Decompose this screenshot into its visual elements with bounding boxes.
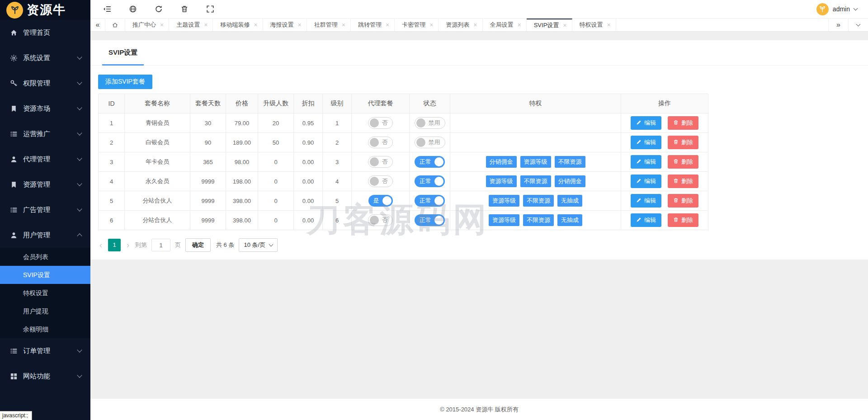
sidebar-subitem-余额明细[interactable]: 余额明细 — [0, 320, 90, 338]
card-tab-svip[interactable]: SVIP设置 — [102, 40, 144, 66]
tab-close-icon[interactable]: × — [254, 21, 257, 28]
tabs-scroll-right-button[interactable]: » — [828, 19, 848, 31]
delete-button[interactable]: 删除 — [668, 194, 698, 208]
tab-主题设置[interactable]: 主题设置× — [169, 19, 213, 31]
status-toggle[interactable]: 禁用 — [415, 137, 445, 148]
tab-SVIP设置[interactable]: SVIP设置× — [527, 19, 572, 31]
table-row: 1青铜会员3079.00200.951否禁用编辑删除 — [99, 113, 708, 133]
user-menu[interactable]: admin — [816, 3, 857, 15]
tabs-menu-button[interactable] — [848, 19, 868, 31]
agent-package-toggle[interactable]: 否 — [368, 156, 393, 168]
tab-推广中心[interactable]: 推广中心× — [125, 19, 169, 31]
tab-close-icon[interactable]: × — [342, 21, 345, 28]
sidebar-subitem-特权设置[interactable]: 特权设置 — [0, 284, 90, 302]
sidebar-item-label: 资源管理 — [23, 180, 78, 189]
delete-button[interactable]: 删除 — [668, 213, 698, 227]
sidebar-item-网站功能[interactable]: 网站功能 — [0, 363, 90, 389]
tab-卡密管理[interactable]: 卡密管理× — [395, 19, 439, 31]
chevron-down-icon — [269, 242, 274, 246]
agent-package-toggle[interactable]: 否 — [368, 214, 393, 226]
delete-button[interactable]: 删除 — [668, 116, 698, 130]
brand-logo[interactable]: 资源牛 — [0, 0, 90, 20]
tab-home-button[interactable] — [105, 19, 125, 31]
sidebar-item-广告管理[interactable]: 广告管理 — [0, 197, 90, 222]
next-page-button[interactable]: › — [125, 241, 131, 249]
edit-button[interactable]: 编辑 — [631, 136, 661, 149]
tabs-scroll-left-button[interactable]: « — [90, 19, 105, 31]
edit-button-label: 编辑 — [644, 158, 656, 166]
trash-icon — [673, 159, 679, 165]
privilege-tag-资源等级: 资源等级 — [486, 175, 517, 187]
pencil-icon — [636, 139, 642, 146]
agent-package-toggle[interactable]: 是 — [368, 195, 393, 207]
fullscreen-icon[interactable] — [206, 5, 214, 13]
page-number[interactable]: 1 — [108, 239, 121, 251]
cell-agent-package: 是 — [352, 191, 410, 211]
delete-button[interactable]: 删除 — [668, 175, 698, 188]
edit-button[interactable]: 编辑 — [631, 175, 661, 188]
tab-close-icon[interactable]: × — [204, 21, 208, 28]
cell-status: 禁用 — [410, 113, 450, 133]
sidebar-subitem-用户提现[interactable]: 用户提现 — [0, 302, 90, 320]
menu-fold-icon[interactable] — [103, 5, 111, 13]
edit-button[interactable]: 编辑 — [631, 213, 661, 227]
sidebar-item-用户管理[interactable]: 用户管理 — [0, 222, 90, 248]
status-toggle[interactable]: 正常 — [415, 175, 445, 187]
agent-package-toggle[interactable]: 否 — [368, 137, 393, 148]
sidebar-subitem-会员列表[interactable]: 会员列表 — [0, 248, 90, 266]
sidebar-item-权限管理[interactable]: 权限管理 — [0, 71, 90, 96]
tab-海报设置[interactable]: 海报设置× — [263, 19, 307, 31]
tab-资源列表[interactable]: 资源列表× — [439, 19, 482, 31]
privilege-tag-资源等级: 资源等级 — [489, 214, 519, 226]
page-size-select[interactable]: 10 条/页 — [239, 238, 278, 252]
sidebar-item-代理管理[interactable]: 代理管理 — [0, 146, 90, 172]
edit-button[interactable]: 编辑 — [631, 116, 661, 130]
sidebar-subitem-SVIP设置[interactable]: SVIP设置 — [0, 266, 90, 284]
sidebar-item-运营推广[interactable]: 运营推广 — [0, 121, 90, 146]
tab-close-icon[interactable]: × — [563, 22, 566, 29]
tab-close-icon[interactable]: × — [160, 21, 164, 28]
tab-移动端装修[interactable]: 移动端装修× — [213, 19, 263, 31]
sidebar-item-订单管理[interactable]: 订单管理 — [0, 338, 90, 363]
sidebar-item-管理首页[interactable]: 管理首页 — [0, 20, 90, 45]
edit-button[interactable]: 编辑 — [631, 194, 661, 208]
delete-button[interactable]: 删除 — [668, 136, 698, 149]
add-svip-package-button[interactable]: 添加SVIP套餐 — [98, 75, 152, 89]
cell-actions: 编辑删除 — [621, 152, 708, 172]
tab-全局设置[interactable]: 全局设置× — [483, 19, 527, 31]
copyright-text: © 2015-2024 资源牛 版权所有 — [440, 406, 519, 414]
globe-icon[interactable] — [129, 5, 137, 13]
chevron-down-icon — [77, 373, 82, 378]
trash-icon[interactable] — [180, 5, 189, 13]
prev-page-button[interactable]: ‹ — [98, 241, 104, 249]
status-toggle[interactable]: 禁用 — [415, 117, 445, 129]
cell-days: 90 — [190, 133, 226, 152]
sidebar-item-系统设置[interactable]: 系统设置 — [0, 45, 90, 71]
tab-跳转管理[interactable]: 跳转管理× — [351, 19, 395, 31]
table-row: 6分站合伙人9999398.0000.006否正常资源等级不限资源无抽成编辑删除 — [99, 211, 708, 230]
goto-page-input[interactable] — [151, 239, 170, 251]
tab-close-icon[interactable]: × — [607, 21, 611, 28]
status-toggle[interactable]: 正常 — [415, 214, 445, 226]
status-toggle[interactable]: 正常 — [415, 156, 445, 168]
tab-close-icon[interactable]: × — [386, 21, 389, 28]
tab-close-icon[interactable]: × — [429, 21, 433, 28]
sidebar-item-资源管理[interactable]: 资源管理 — [0, 172, 90, 197]
sidebar-item-资源市场[interactable]: 资源市场 — [0, 96, 90, 121]
status-toggle[interactable]: 正常 — [415, 195, 445, 207]
tab-特权设置[interactable]: 特权设置× — [572, 19, 616, 31]
tab-close-icon[interactable]: × — [473, 21, 477, 28]
cell-upgrade-count: 0 — [258, 211, 294, 230]
delete-button-label: 删除 — [681, 197, 693, 205]
refresh-icon[interactable] — [155, 5, 163, 13]
privilege-tag-资源等级: 资源等级 — [520, 156, 551, 168]
tab-close-icon[interactable]: × — [298, 21, 302, 28]
tab-社群管理[interactable]: 社群管理× — [307, 19, 351, 31]
goto-confirm-button[interactable]: 确定 — [185, 238, 211, 252]
cell-package-name: 分站合伙人 — [125, 191, 190, 211]
delete-button[interactable]: 删除 — [668, 155, 698, 169]
agent-package-toggle[interactable]: 否 — [368, 117, 393, 129]
edit-button[interactable]: 编辑 — [631, 155, 661, 169]
agent-package-toggle[interactable]: 否 — [368, 175, 393, 187]
tab-close-icon[interactable]: × — [518, 21, 521, 28]
